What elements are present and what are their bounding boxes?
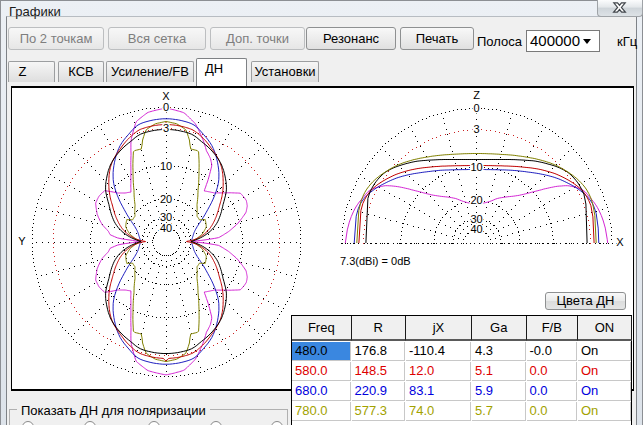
svg-text:40: 40 (470, 223, 482, 235)
svg-text:3: 3 (163, 122, 169, 134)
svg-text:10: 10 (160, 160, 172, 172)
svg-text:X: X (616, 236, 624, 248)
svg-text:0: 0 (163, 101, 169, 113)
svg-text:3: 3 (473, 123, 479, 135)
svg-text:0: 0 (473, 102, 479, 114)
svg-text:Y: Y (18, 235, 26, 247)
svg-text:10: 10 (470, 161, 482, 173)
svg-text:20: 20 (470, 194, 482, 206)
svg-text:40: 40 (160, 222, 172, 234)
svg-text:20: 20 (160, 193, 172, 205)
svg-text:X: X (162, 90, 170, 102)
svg-text:Z: Z (473, 89, 480, 101)
